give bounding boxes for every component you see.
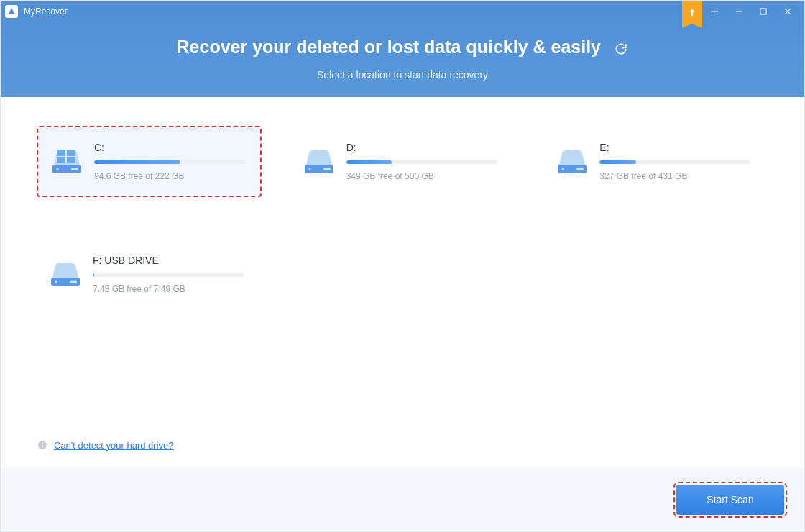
svg-rect-15 xyxy=(323,168,331,170)
detect-drive-help-link[interactable]: Can't detect your hard drive? xyxy=(54,440,174,451)
drive-card[interactable]: F: USB DRIVE 7.48 GB free of 7.49 GB xyxy=(37,240,262,308)
drive-icon xyxy=(555,147,589,176)
svg-rect-21 xyxy=(70,280,77,283)
footer: Start Scan xyxy=(1,468,804,531)
usage-bar xyxy=(94,160,245,164)
usage-fill xyxy=(93,273,94,277)
app-logo-icon xyxy=(5,5,18,18)
svg-rect-4 xyxy=(760,9,766,14)
svg-point-20 xyxy=(55,280,58,283)
drive-label: C: xyxy=(94,142,249,153)
drive-label: D: xyxy=(346,142,504,153)
info-icon xyxy=(37,439,48,451)
minimize-button[interactable] xyxy=(727,1,751,22)
svg-rect-24 xyxy=(42,442,42,443)
drive-info: C: 94.6 GB free of 222 GB xyxy=(94,142,249,181)
header: MyRecover Recover your de xyxy=(1,1,804,97)
refresh-icon[interactable] xyxy=(614,42,628,59)
drive-card[interactable]: D: 349 GB free of 500 GB xyxy=(290,126,515,197)
start-scan-button[interactable]: Start Scan xyxy=(676,485,784,515)
headline-text: Recover your deleted or lost data quickl… xyxy=(177,37,602,58)
drive-card[interactable]: E: 327 GB free of 431 GB xyxy=(543,126,768,197)
help-row: Can't detect your hard drive? xyxy=(37,439,768,461)
drive-icon xyxy=(50,147,84,176)
svg-point-11 xyxy=(57,168,59,170)
window-controls xyxy=(682,1,800,22)
headline-row: Recover your deleted or lost data quickl… xyxy=(1,37,804,59)
svg-rect-12 xyxy=(71,168,78,170)
body: C: 94.6 GB free of 222 GB D: 349 GB free… xyxy=(1,97,804,468)
drive-info: E: 327 GB free of 431 GB xyxy=(599,142,757,181)
app-window: MyRecover Recover your de xyxy=(0,0,805,532)
drive-free-text: 94.6 GB free of 222 GB xyxy=(94,171,249,181)
close-button[interactable] xyxy=(776,1,800,22)
maximize-button[interactable] xyxy=(751,1,776,22)
drive-info: D: 349 GB free of 500 GB xyxy=(346,142,504,181)
drive-info: F: USB DRIVE 7.48 GB free of 7.49 GB xyxy=(93,254,250,294)
usage-bar xyxy=(599,160,750,164)
svg-rect-18 xyxy=(576,168,584,170)
svg-point-17 xyxy=(562,168,564,170)
usage-fill xyxy=(346,160,392,164)
drive-label: E: xyxy=(599,142,757,153)
app-title: MyRecover xyxy=(24,6,68,17)
usage-fill xyxy=(94,160,180,164)
usage-bar xyxy=(93,273,244,277)
menu-button[interactable] xyxy=(702,1,727,22)
drives-grid: C: 94.6 GB free of 222 GB D: 349 GB free… xyxy=(37,126,768,308)
drive-label: F: USB DRIVE xyxy=(93,254,250,266)
drive-free-text: 349 GB free of 500 GB xyxy=(346,171,504,181)
usage-bar xyxy=(346,160,497,164)
subtitle-text: Select a location to start data recovery xyxy=(1,69,804,81)
drive-card[interactable]: C: 94.6 GB free of 222 GB xyxy=(37,126,262,197)
svg-rect-23 xyxy=(42,444,42,448)
drive-free-text: 7.48 GB free of 7.49 GB xyxy=(93,284,250,294)
upgrade-ribbon[interactable] xyxy=(682,1,702,24)
svg-point-14 xyxy=(308,168,310,170)
drive-free-text: 327 GB free of 431 GB xyxy=(599,171,757,181)
drive-icon xyxy=(302,147,336,176)
usage-fill xyxy=(599,160,635,164)
titlebar: MyRecover xyxy=(1,1,804,22)
drive-icon xyxy=(48,260,83,289)
